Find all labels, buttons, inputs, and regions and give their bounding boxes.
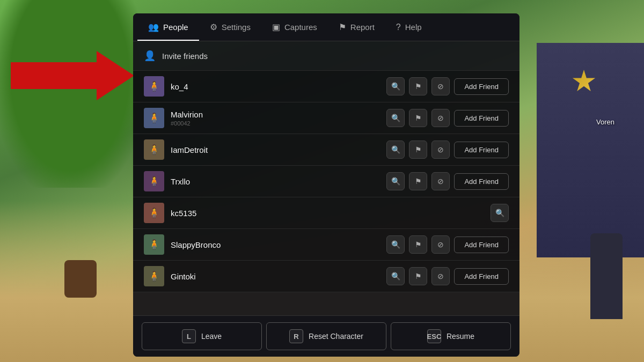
invite-icon: 👤: [144, 50, 156, 62]
player-name: ko_4: [171, 82, 380, 91]
player-avatar: 🧍: [144, 266, 164, 286]
player-name: Gintoki: [171, 272, 380, 281]
leave-key-badge: L: [182, 329, 196, 343]
people-tab-icon: 👥: [148, 22, 159, 32]
zoom-button[interactable]: 🔍: [386, 77, 405, 95]
invite-friends-row[interactable]: 👤 Invite friends: [133, 41, 519, 71]
player-actions: 🔍 ⚑ ⊘ Add Friend: [386, 109, 509, 127]
captures-tab-icon: ▣: [272, 22, 280, 32]
player-actions: 🔍: [491, 204, 509, 222]
settings-tab-icon: ⚙: [210, 22, 217, 32]
bg-character: [590, 233, 623, 319]
leave-label: Leave: [201, 332, 222, 341]
block-button[interactable]: ⊘: [431, 235, 450, 254]
tab-captures-label: Captures: [284, 23, 317, 32]
player-name: kc5135: [171, 209, 484, 218]
player-avatar: 🧍: [144, 234, 164, 255]
flag-button[interactable]: ⚑: [409, 77, 427, 95]
player-row: 🧍 IamDetroit 🔍 ⚑ ⊘ Add Friend: [133, 134, 519, 166]
player-avatar: 🧍: [144, 76, 164, 97]
add-friend-button[interactable]: Add Friend: [454, 110, 509, 127]
player-row: 🧍 Trxllo 🔍 ⚑ ⊘ Add Friend: [133, 166, 519, 197]
player-info: SlappyBronco: [171, 240, 380, 249]
bottom-bar: L Leave R Reset Character ESC Resume: [133, 315, 519, 357]
block-button[interactable]: ⊘: [431, 172, 450, 190]
add-friend-button[interactable]: Add Friend: [454, 237, 509, 253]
block-button[interactable]: ⊘: [431, 141, 450, 159]
block-button[interactable]: ⊘: [431, 77, 450, 95]
flag-button[interactable]: ⚑: [409, 109, 427, 127]
resume-label: Resume: [447, 332, 474, 341]
tab-report[interactable]: ⚑ Report: [328, 13, 385, 41]
player-avatar: 🧍: [144, 171, 164, 191]
flag-button[interactable]: ⚑: [409, 141, 427, 159]
tab-people[interactable]: 👥 People: [137, 13, 199, 41]
player-actions: 🔍 ⚑ ⊘ Add Friend: [386, 172, 509, 190]
tab-help-label: Help: [405, 23, 422, 32]
leave-button[interactable]: L Leave: [142, 322, 262, 350]
player-info: Gintoki: [171, 272, 380, 281]
zoom-button[interactable]: 🔍: [386, 109, 405, 127]
add-friend-button[interactable]: Add Friend: [454, 78, 509, 95]
add-friend-button[interactable]: Add Friend: [454, 173, 509, 190]
reset-character-label: Reset Character: [309, 332, 363, 341]
player-row: 🧍 Gintoki 🔍 ⚑ ⊘ Add Friend: [133, 261, 519, 292]
player-actions: 🔍 ⚑ ⊘ Add Friend: [386, 141, 509, 159]
add-friend-button[interactable]: Add Friend: [454, 268, 509, 285]
player-actions: 🔍 ⚑ ⊘ Add Friend: [386, 235, 509, 254]
content-area: 👤 Invite friends 🧍 ko_4 🔍 ⚑ ⊘ Add Friend…: [133, 41, 519, 315]
zoom-button[interactable]: 🔍: [386, 172, 405, 190]
player-info: IamDetroit: [171, 145, 380, 154]
player-row: 🧍 SlappyBronco 🔍 ⚑ ⊘ Add Friend: [133, 229, 519, 261]
player-info: Trxllo: [171, 177, 380, 186]
help-tab-icon: ?: [396, 23, 401, 32]
block-button[interactable]: ⊘: [431, 109, 450, 127]
resume-key-badge: ESC: [427, 329, 441, 343]
player-name: IamDetroit: [171, 145, 380, 154]
red-arrow-body: [11, 62, 107, 89]
player-info: Malvirion #00042: [171, 110, 380, 127]
tab-people-label: People: [163, 23, 188, 32]
player-info: ko_4: [171, 82, 380, 91]
player-sub: #00042: [171, 120, 380, 127]
reset-key-badge: R: [289, 329, 303, 343]
flag-button[interactable]: ⚑: [409, 267, 427, 285]
player-name: Trxllo: [171, 177, 380, 186]
player-name: Malvirion: [171, 110, 380, 119]
reset-character-button[interactable]: R Reset Character: [266, 322, 386, 350]
tab-help[interactable]: ? Help: [385, 14, 433, 41]
player-row: 🧍 ko_4 🔍 ⚑ ⊘ Add Friend: [133, 71, 519, 102]
resume-button[interactable]: ESC Resume: [391, 322, 511, 350]
player-info: kc5135: [171, 209, 484, 218]
player-avatar: 🧍: [144, 203, 164, 223]
zoom-button[interactable]: 🔍: [386, 235, 405, 254]
red-arrow-head: [97, 51, 134, 100]
main-panel: 👥 People ⚙ Settings ▣ Captures ⚑ Report …: [133, 13, 519, 357]
player-list: 🧍 ko_4 🔍 ⚑ ⊘ Add Friend 🧍 Malvirion #000…: [133, 71, 519, 292]
player-avatar: 🧍: [144, 108, 164, 128]
player-actions: 🔍 ⚑ ⊘ Add Friend: [386, 77, 509, 95]
block-button[interactable]: ⊘: [431, 267, 450, 285]
add-friend-button[interactable]: Add Friend: [454, 142, 509, 158]
invite-friends-label: Invite friends: [162, 51, 208, 61]
npc-label: Voren: [596, 118, 614, 126]
player-row: 🧍 kc5135 🔍: [133, 197, 519, 229]
player-avatar: 🧍: [144, 139, 164, 160]
player-name: SlappyBronco: [171, 240, 380, 249]
tab-captures[interactable]: ▣ Captures: [261, 13, 328, 41]
tab-bar: 👥 People ⚙ Settings ▣ Captures ⚑ Report …: [133, 13, 519, 41]
player-row: 🧍 Malvirion #00042 🔍 ⚑ ⊘ Add Friend: [133, 102, 519, 134]
tab-settings[interactable]: ⚙ Settings: [199, 13, 261, 41]
bg-building: [537, 43, 644, 257]
zoom-button[interactable]: 🔍: [386, 267, 405, 285]
flag-button[interactable]: ⚑: [409, 172, 427, 190]
zoom-button[interactable]: 🔍: [386, 141, 405, 159]
tab-report-label: Report: [350, 23, 375, 32]
tab-settings-label: Settings: [222, 23, 251, 32]
player-actions: 🔍 ⚑ ⊘ Add Friend: [386, 267, 509, 285]
flag-button[interactable]: ⚑: [409, 235, 427, 254]
report-tab-icon: ⚑: [339, 22, 346, 32]
bg-barrel: [64, 260, 97, 298]
zoom-button[interactable]: 🔍: [491, 204, 509, 222]
